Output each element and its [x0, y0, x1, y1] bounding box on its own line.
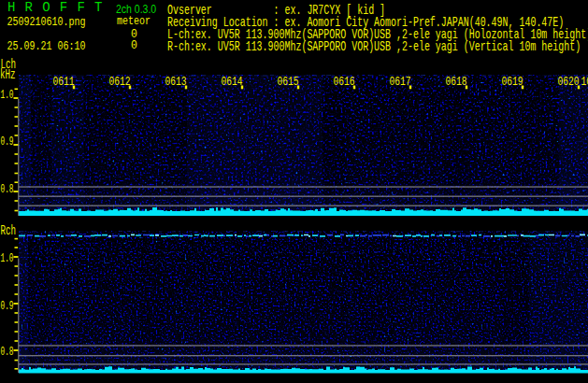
svg-text:0.8: 0.8	[1, 345, 14, 359]
svg-text:1.0: 1.0	[1, 251, 14, 265]
svg-text:0618: 0618	[445, 74, 466, 89]
svg-text:Rch: Rch	[1, 223, 17, 238]
svg-text:0616: 0616	[333, 74, 354, 89]
svg-text:0.8: 0.8	[1, 181, 14, 195]
svg-text:0.9: 0.9	[1, 298, 14, 312]
svg-text:HROFFT: HROFFT	[7, 0, 112, 15]
svg-text:0619: 0619	[501, 74, 523, 89]
svg-text:0613: 0613	[165, 74, 186, 89]
svg-text:0614: 0614	[221, 74, 242, 89]
svg-text:0: 0	[131, 38, 137, 52]
svg-text:0620: 0620	[557, 74, 579, 89]
svg-text:1.0: 1.0	[1, 88, 14, 102]
svg-text:2509210610.png: 2509210610.png	[7, 14, 86, 29]
svg-text:kHz: kHz	[0, 67, 16, 82]
svg-text:25.09.21 06:10: 25.09.21 06:10	[7, 38, 86, 53]
svg-text:10: 10	[581, 74, 588, 89]
svg-text:R-ch:ex. UV5R 113.900Mhz(SAPPO: R-ch:ex. UV5R 113.900Mhz(SAPPORO VOR)USB…	[167, 40, 581, 55]
svg-text:0611: 0611	[52, 74, 74, 89]
svg-text:0615: 0615	[277, 74, 298, 89]
svg-text:0.9: 0.9	[1, 134, 14, 148]
svg-text:0617: 0617	[389, 74, 410, 89]
svg-text:0612: 0612	[108, 74, 130, 89]
